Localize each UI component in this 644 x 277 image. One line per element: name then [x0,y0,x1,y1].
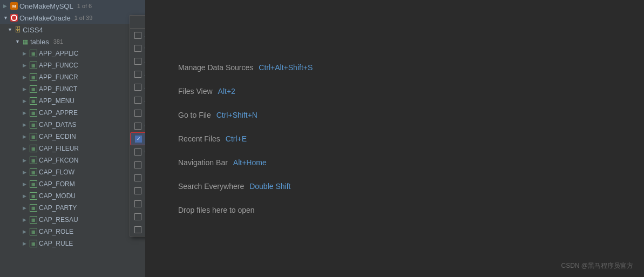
table-name: APP_FUNCC [39,62,78,69]
schema-option-ciss[interactable]: CISS (Current schema) [130,119,146,132]
table-row[interactable]: ▶ ▦ CAP_APPRE [0,107,145,119]
schema-label: DIP [145,174,146,181]
table-name: CAP_FKCON [39,157,78,164]
shortcut-recent-files: Recent Files Ctrl+E [178,134,612,143]
table-row[interactable]: ▶ ▦ CAP_FILEUR [0,143,145,154]
schema-label: DBSNMP [145,161,146,168]
schema-option-appqossys[interactable]: APPQOSSYS [130,93,146,106]
shortcut-label: Go to File [178,111,211,119]
schema-checkbox-hr[interactable] [134,213,141,220]
schema-option-dbsnmp[interactable]: DBSNMP [130,158,146,171]
table-icon: ▦ [30,97,37,105]
schema-checkbox-apex030200[interactable] [134,71,141,78]
table-icon: ▦ [30,157,37,164]
row-arrow: ▶ [23,241,28,246]
schema-option-ctxsys[interactable]: CTXSYS [130,145,146,158]
schema-option-ix[interactable]: IX [130,223,146,236]
schema-checkbox-anonymous[interactable] [134,58,141,65]
shortcut-label: Navigation Bar [178,158,228,167]
table-row[interactable]: ▶ ▦ APP_APPLIC [0,48,145,59]
schema-label: CTXSYS [145,148,146,156]
db-item-mysql[interactable]: ▶ M OneMakeMySQL 1 of 6 [0,0,145,12]
schema-checkbox-ciss4[interactable] [135,136,142,143]
schema-checkbox-ciss[interactable] [134,123,141,130]
schema-option-exfsys[interactable]: EXFSYS [130,184,146,197]
schema-checkbox-all[interactable] [134,32,141,39]
schema-checkbox-ctxsys[interactable] [134,148,141,156]
row-arrow: ▶ [23,193,28,199]
db-item-oracle[interactable]: ▼ OneMakeOracle 1 of 39 [0,12,145,24]
shortcut-search-everywhere: Search Everywhere Double Shift [178,182,612,191]
schema-label: APEX_PUBLIC_USER [145,83,146,91]
table-name: APP_FUNCR [39,73,78,81]
table-row[interactable]: ▶ ▦ CAP_DATAS [0,119,145,131]
schema-checkbox-apex-public[interactable] [134,84,141,91]
schema-option-anonymous[interactable]: ANONYMOUS [130,55,146,67]
schema-item[interactable]: ▼ 🗄 CISS4 [0,24,145,36]
shortcut-key: Double Shift [249,182,290,191]
table-row[interactable]: ▶ ▦ CAP_RESAU [0,214,145,226]
table-name: CAP_MODU [39,192,76,200]
schema-label: CISS4 [145,135,146,143]
row-arrow: ▶ [23,63,28,68]
collapse-arrow-mysql: ▶ [3,3,9,9]
table-icon: ▦ [30,109,37,117]
table-row[interactable]: ▶ ▦ APP_FUNCR [0,71,145,83]
schema-checkbox-dip[interactable] [134,174,141,181]
mysql-db-count: 1 of 6 [77,3,92,9]
row-arrow: ▶ [23,110,28,116]
schema-checkbox-flows[interactable] [134,200,141,207]
schema-option-flows[interactable]: FLOWS_FILES [130,197,146,210]
schema-option-apex-public[interactable]: APEX_PUBLIC_USER [130,80,146,93]
table-row[interactable]: ▶ ▦ APP_FUNCT [0,83,145,95]
table-name: APP_APPLIC [39,50,78,57]
table-row[interactable]: ▶ ▦ APP_FUNCC [0,59,145,71]
tables-label: tables [30,38,49,46]
schema-checkbox-dbsnmp[interactable] [134,161,141,168]
table-row[interactable]: ▶ ▦ CAP_FKCON [0,154,145,166]
row-arrow: ▶ [23,86,28,92]
table-row[interactable]: ▶ ▦ CAP_MODU [0,190,145,202]
schema-name: CISS4 [23,26,43,34]
table-name: APP_MENU [39,97,74,105]
table-icon: ▦ [30,192,37,200]
table-row[interactable]: ▶ ▦ APP_MENU [0,95,145,107]
schema-checkbox-exfsys[interactable] [134,187,141,194]
schema-checkbox-bi[interactable] [134,110,141,117]
table-icon: ▦ [30,240,37,247]
table-row[interactable]: ▶ ▦ CAP_RULE [0,238,145,249]
table-row[interactable]: ▶ ▦ CAP_ECDIN [0,131,145,143]
tables-group[interactable]: ▼ ▦ tables 381 [0,36,145,48]
table-row[interactable]: ▶ ▦ CAP_FORM [0,178,145,190]
schema-label: All schemas [145,31,146,39]
table-name: CAP_FLOW [39,168,74,176]
row-arrow: ▶ [23,98,28,104]
table-icon: ▦ [30,50,37,57]
table-icon: ▦ [30,145,37,152]
schema-option-apex030200[interactable]: APEX_030200 [130,67,146,80]
schema-option-current[interactable]: Current schema (CISS) [130,42,146,55]
schema-checkbox-ix[interactable] [134,226,141,233]
dropdown-toolbar: ↻ ≡ ⚙ [130,16,146,29]
schema-label: Current schema [145,44,146,52]
table-name: CAP_FILEUR [39,145,79,152]
schema-checkbox-appqossys[interactable] [134,97,141,104]
schema-checkbox-current[interactable] [134,45,141,52]
table-name: CAP_ROLE [39,228,73,235]
table-icon: ▦ [30,85,37,93]
schema-label: APPQOSSYS [145,96,146,104]
shortcut-drop-files: Drop files here to open [178,206,612,214]
schema-option-all[interactable]: All schemas [130,29,146,42]
table-row[interactable]: ▶ ▦ CAP_FLOW [0,166,145,178]
schema-option-dip[interactable]: DIP [130,171,146,184]
shortcut-files-view: Files View Alt+2 [178,87,612,96]
row-arrow: ▶ [23,51,28,56]
schema-option-ciss4[interactable]: CISS4 [130,132,146,145]
tables-arrow: ▼ [15,39,21,44]
table-row[interactable]: ▶ ▦ CAP_PARTY [0,202,145,214]
table-row[interactable]: ▶ ▦ CAP_ROLE [0,226,145,238]
table-name: CAP_FORM [39,180,75,188]
schema-option-hr[interactable]: HR [130,210,146,223]
schema-option-bi[interactable]: BI [130,106,146,119]
row-arrow: ▶ [23,170,28,175]
